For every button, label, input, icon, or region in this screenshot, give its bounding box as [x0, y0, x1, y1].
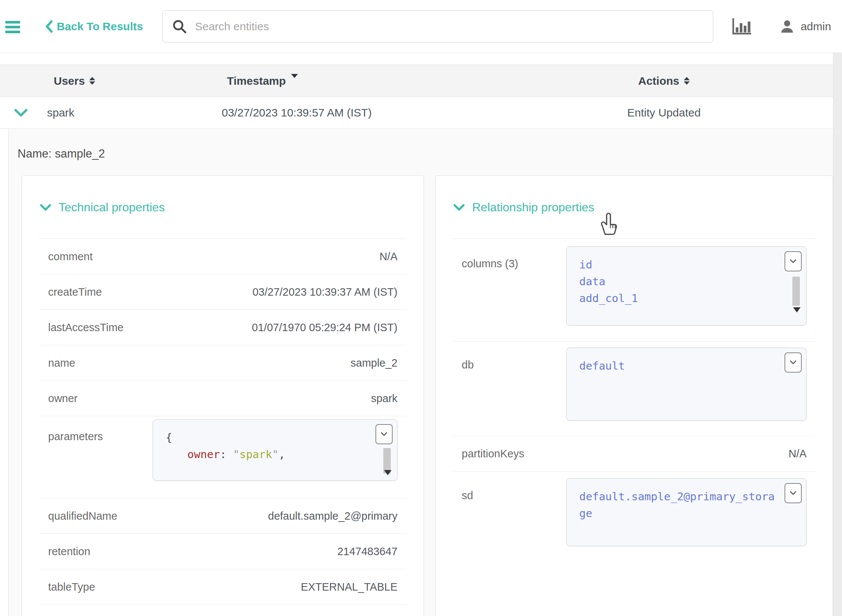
chevron-down-icon [14, 109, 28, 117]
relationship-properties-panel: Relationship properties columns (3) id d… [435, 175, 833, 616]
db-link-default[interactable]: default [579, 358, 776, 374]
collapse-box-button[interactable] [785, 352, 802, 373]
parameters-json-content: { owner: "spark", [166, 429, 367, 463]
back-link-label: Back To Results [57, 20, 143, 33]
entity-name-heading: Name: sample_2 [18, 147, 842, 161]
collapse-box-button[interactable] [785, 251, 802, 271]
sd-link-box: default.sample_2@primary_storage [566, 478, 807, 546]
column-header-users[interactable]: Users [42, 75, 221, 87]
row-expander-chevron[interactable] [0, 109, 42, 117]
property-row-createtime: createTime 03/27/2023 10:39:37 AM (IST) [39, 274, 406, 310]
db-link-box: default [566, 348, 807, 421]
chevron-down-icon [380, 432, 388, 436]
collapse-box-button[interactable] [375, 424, 393, 444]
search-box [162, 10, 713, 43]
technical-properties-panel: Technical properties comment N/A createT… [22, 175, 424, 616]
property-row-db: db default [453, 342, 816, 436]
chevron-down-icon [789, 259, 797, 264]
property-row-name: name sample_2 [39, 345, 406, 381]
username-label: admin [801, 20, 831, 33]
property-row-comment: comment N/A [39, 239, 406, 274]
audit-detail-panel: Name: sample_2 Technical properties comm… [8, 129, 842, 616]
search-icon [172, 19, 187, 34]
page-scrollbar[interactable] [833, 53, 842, 616]
chevron-down-icon [40, 204, 51, 211]
mouse-hand-cursor [597, 210, 620, 236]
box-scroll-down-arrow[interactable] [384, 470, 392, 475]
column-header-timestamp[interactable]: Timestamp [221, 75, 557, 87]
search-input[interactable] [195, 20, 704, 33]
relationship-properties-toggle[interactable]: Relationship properties [436, 176, 833, 239]
relationship-properties-table: columns (3) id data add_col_1 [453, 239, 816, 561]
property-row-tabletype: tableType EXTERNAL_TABLE [39, 569, 406, 605]
property-row-sd: sd default.sample_2@primary_storage [453, 472, 816, 561]
technical-properties-table: comment N/A createTime 03/27/2023 10:39:… [39, 239, 406, 605]
sd-link-storage[interactable]: default.sample_2@primary_storage [579, 488, 776, 522]
audit-table: Users Timestamp Actions spark 03/27/2023… [0, 65, 842, 129]
collapse-box-button[interactable] [785, 483, 802, 503]
property-row-qualifiedname: qualifiedName default.sample_2@primary [39, 498, 406, 534]
sort-desc-icon [291, 74, 298, 78]
chevron-down-icon [453, 204, 465, 211]
parameters-json-box: { owner: "spark", [153, 419, 397, 481]
sort-both-icon [684, 77, 690, 85]
audit-table-row: spark 03/27/2023 10:39:57 AM (IST) Entit… [0, 97, 842, 129]
statistics-button[interactable] [731, 17, 753, 36]
relationship-properties-title: Relationship properties [472, 200, 594, 214]
box-scrollbar-thumb[interactable] [383, 448, 391, 473]
property-row-parameters: parameters { owner: "spark", [39, 416, 406, 498]
audit-timestamp-cell: 03/27/2023 10:39:57 AM (IST) [221, 106, 557, 119]
chevron-down-icon [789, 491, 797, 495]
box-scrollbar-thumb[interactable] [792, 277, 800, 306]
audit-user-cell: spark [42, 106, 221, 119]
technical-properties-toggle[interactable]: Technical properties [22, 176, 424, 239]
property-row-lastaccesstime: lastAccessTime 01/07/1970 05:29:24 PM (I… [39, 310, 406, 345]
box-scroll-down-arrow[interactable] [793, 307, 801, 312]
column-link-add-col-1[interactable]: add_col_1 [579, 290, 776, 307]
sort-both-icon [89, 77, 95, 85]
property-row-partitionkeys: partitionKeys N/A [453, 436, 816, 472]
property-row-columns: columns (3) id data add_col_1 [453, 239, 816, 342]
top-bar: Back To Results admin [0, 0, 842, 53]
technical-properties-title: Technical properties [59, 200, 165, 214]
column-link-id[interactable]: id [579, 256, 776, 273]
back-to-results-link[interactable]: Back To Results [45, 20, 143, 33]
property-row-owner: owner spark [39, 381, 406, 416]
chevron-left-icon [45, 20, 53, 33]
property-row-retention: retention 2147483647 [39, 534, 406, 569]
column-link-data[interactable]: data [579, 273, 776, 290]
columns-list-box: id data add_col_1 [566, 246, 807, 326]
user-menu[interactable]: admin [779, 18, 831, 35]
user-icon [779, 18, 795, 35]
chevron-down-icon [789, 360, 797, 365]
bar-chart-icon [731, 17, 753, 36]
column-header-actions[interactable]: Actions [557, 75, 842, 87]
audit-table-header: Users Timestamp Actions [0, 65, 842, 97]
audit-action-cell: Entity Updated [557, 106, 842, 119]
menu-icon[interactable] [5, 21, 22, 33]
atlas-entity-audit-screen: Back To Results admin [0, 0, 842, 616]
